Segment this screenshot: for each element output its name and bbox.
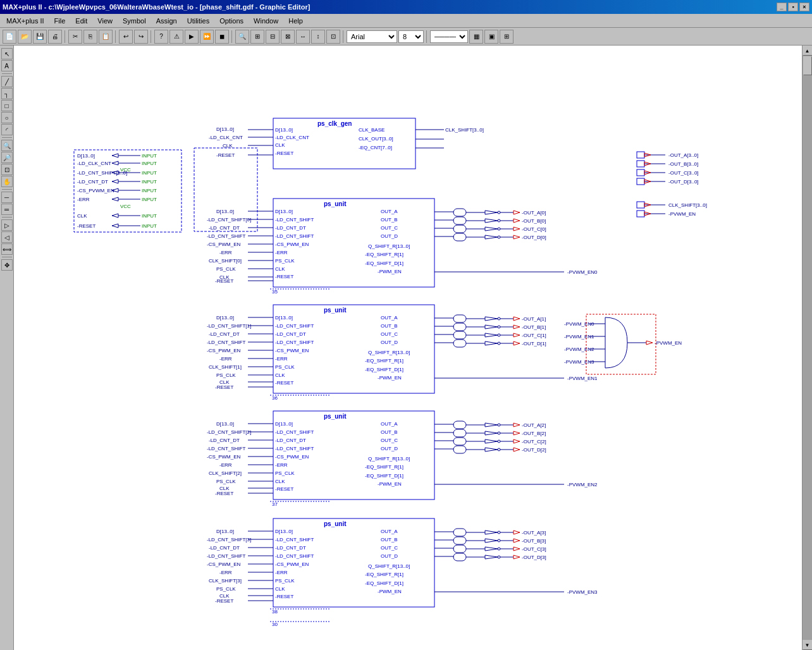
move-tool[interactable]: ✥ <box>1 259 13 271</box>
toolbar: 📄 📂 💾 🖨 ✂ ⎘ 📋 ↩ ↪ ? ⚠ ▶ ⏩ ◼ 🔍 ⊞ ⊟ ⊠ ↔ ↕ … <box>0 28 812 46</box>
line-tool[interactable]: ╱ <box>1 76 13 87</box>
output-tool[interactable]: ◁ <box>1 231 13 243</box>
svg-text:-LD_CNT_DT: -LD_CNT_DT <box>209 331 240 337</box>
svg-text:-CS_PWM_EN: -CS_PWM_EN <box>207 561 241 567</box>
bus-tool[interactable]: ═ <box>1 204 13 215</box>
text-tool[interactable]: A <box>1 60 13 71</box>
svg-text:-OUT_B[1]: -OUT_B[1] <box>522 324 546 330</box>
box-tool[interactable]: □ <box>1 100 13 111</box>
tb-b10[interactable]: ↔ <box>296 30 310 44</box>
svg-marker-293 <box>485 423 498 427</box>
svg-text:-ERR: -ERR <box>275 356 288 362</box>
svg-text:-EQ_SHIFT_R[1]: -EQ_SHIFT_R[1] <box>365 358 403 364</box>
canvas-area[interactable]: D[13..0] INPUT -LD_CLK_CNT INPUT VCC -LD… <box>14 46 802 650</box>
svg-marker-7 <box>112 161 118 165</box>
scroll-track[interactable] <box>803 56 813 640</box>
svg-text:-EQ_SHIFT_R[1]: -EQ_SHIFT_R[1] <box>365 252 403 257</box>
svg-text:-PVWM_EN1: -PVWM_EN1 <box>567 376 598 381</box>
ortho-tool[interactable]: ┐ <box>1 88 13 99</box>
svg-marker-33 <box>112 224 118 228</box>
svg-text:-OUT_C[2]: -OUT_C[2] <box>522 439 546 445</box>
svg-rect-123 <box>453 209 466 216</box>
tb-b11[interactable]: ↕ <box>311 30 325 44</box>
svg-text:-EQ_SHIFT_R[1]: -EQ_SHIFT_R[1] <box>365 572 403 577</box>
tb-b3[interactable]: ▶ <box>185 30 199 44</box>
menu-options[interactable]: Options <box>214 16 249 26</box>
save-btn[interactable]: 💾 <box>33 30 47 44</box>
cut-btn[interactable]: ✂ <box>68 30 82 44</box>
menu-utilities[interactable]: Utilities <box>182 16 214 26</box>
svg-marker-212 <box>485 341 498 345</box>
tb-b13[interactable]: ▦ <box>469 30 483 44</box>
size-select[interactable]: 8 <box>398 30 424 43</box>
svg-marker-374 <box>485 555 498 559</box>
tb-b6[interactable]: 🔍 <box>235 30 249 44</box>
svg-rect-199 <box>453 323 466 331</box>
copy-btn[interactable]: ⎘ <box>83 30 97 44</box>
bidir-tool[interactable]: ⟺ <box>1 243 13 255</box>
tb-b4[interactable]: ⏩ <box>200 30 214 44</box>
svg-marker-218 <box>514 317 520 321</box>
menu-view[interactable]: View <box>92 16 118 26</box>
select-tool[interactable]: ↖ <box>1 48 13 59</box>
scroll-up-btn[interactable]: ▲ <box>803 46 813 56</box>
scroll-thumb[interactable] <box>803 56 812 75</box>
svg-text:-LD_CNT_SHIFT: -LD_CNT_SHIFT <box>275 446 314 451</box>
tb-b5[interactable]: ◼ <box>215 30 229 44</box>
svg-text:-RESET: -RESET <box>275 594 293 599</box>
new-btn[interactable]: 📄 <box>3 30 16 44</box>
svg-text:D[13..0]: D[13..0] <box>216 126 234 132</box>
svg-text:-LD_CNT_SHIFT[3]: -LD_CNT_SHIFT[3] <box>207 537 251 543</box>
zoom-in-tool[interactable]: 🔍 <box>1 140 13 151</box>
circle-tool[interactable]: ○ <box>1 112 13 123</box>
zoom-fit-tool[interactable]: ⊡ <box>1 164 13 175</box>
paste-btn[interactable]: 📋 <box>99 30 113 44</box>
svg-text:OUT_D: OUT_D <box>381 340 398 345</box>
scroll-down-btn[interactable]: ▼ <box>803 640 813 650</box>
svg-text:-LD_CNT_SHIFT: -LD_CNT_SHIFT <box>275 553 314 559</box>
wire-tool[interactable]: ─ <box>1 192 13 203</box>
arc-tool[interactable]: ◜ <box>1 124 13 135</box>
tb-b7[interactable]: ⊞ <box>250 30 264 44</box>
svg-text:-ERR: -ERR <box>219 570 232 575</box>
menu-edit[interactable]: Edit <box>70 16 92 26</box>
svg-point-136 <box>498 228 500 230</box>
minimize-btn[interactable]: _ <box>777 3 787 11</box>
svg-text:-OUT_B[3..0]: -OUT_B[3..0] <box>668 161 698 167</box>
menu-symbol[interactable]: Symbol <box>118 16 151 26</box>
zoom-out-tool[interactable]: 🔎 <box>1 152 13 163</box>
font-select[interactable]: Arial <box>347 30 397 43</box>
menu-assign[interactable]: Assign <box>151 16 182 26</box>
svg-text:-LD_CNT_SHIFT[2]: -LD_CNT_SHIFT[2] <box>207 429 251 435</box>
menu-bar: MAX+plus II File Edit View Symbol Assign… <box>0 14 812 28</box>
svg-rect-124 <box>453 217 466 224</box>
tb-b15[interactable]: ⊞ <box>500 30 514 44</box>
menu-window[interactable]: Window <box>249 16 283 26</box>
menu-maxplus[interactable]: MAX+plus II <box>1 16 49 26</box>
tb-b2[interactable]: ⚠ <box>169 30 183 44</box>
close-btn[interactable]: × <box>799 3 809 11</box>
svg-text:-OUT_B[3]: -OUT_B[3] <box>522 538 546 544</box>
menu-file[interactable]: File <box>49 16 71 26</box>
open-btn[interactable]: 📂 <box>18 30 32 44</box>
tb-b9[interactable]: ⊠ <box>281 30 295 44</box>
svg-text:OUT_A: OUT_A <box>381 421 398 427</box>
pan-tool[interactable]: ✋ <box>1 176 13 187</box>
svg-marker-3 <box>112 154 118 157</box>
tb-b12[interactable]: ⊡ <box>326 30 340 44</box>
redo-btn[interactable]: ↪ <box>134 30 148 44</box>
print-btn[interactable]: 🖨 <box>48 30 62 44</box>
undo-btn[interactable]: ↩ <box>119 30 133 44</box>
svg-text:-OUT_A[2]: -OUT_A[2] <box>522 422 546 428</box>
tb-b1[interactable]: ? <box>154 30 168 44</box>
tb-b14[interactable]: ▣ <box>484 30 498 44</box>
right-scrollbar[interactable]: ▲ ▼ <box>802 46 812 650</box>
input-tool[interactable]: ▷ <box>1 219 13 231</box>
tb-b8[interactable]: ⊟ <box>266 30 280 44</box>
svg-point-211 <box>498 334 500 336</box>
svg-text:CLK: CLK <box>223 143 233 149</box>
line-style-select[interactable]: ───── <box>430 30 468 43</box>
restore-btn[interactable]: ▪ <box>788 3 798 11</box>
menu-help[interactable]: Help <box>283 16 308 26</box>
svg-text:-OUT_C[3..0]: -OUT_C[3..0] <box>668 170 699 176</box>
